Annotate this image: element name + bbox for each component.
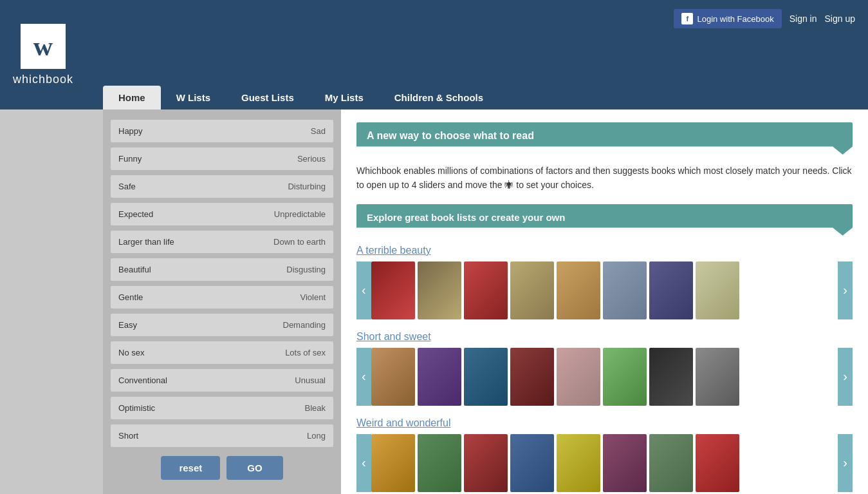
nav-home[interactable]: Home	[103, 86, 161, 109]
book-list-short-sweet: Short and sweet ‹ ›	[356, 331, 853, 406]
reset-button[interactable]: reset	[161, 456, 220, 480]
left-sidebar	[0, 109, 103, 494]
facebook-icon: f	[681, 13, 693, 24]
sliders-panel: Happy Sad Funny Serious Safe Disturbing …	[103, 109, 341, 494]
book-cover	[649, 261, 693, 319]
slider-beautiful-label: Beautiful	[118, 265, 151, 274]
action-buttons: reset GO	[111, 456, 333, 480]
books-row-1	[371, 261, 838, 319]
book-list-title-short-sweet[interactable]: Short and sweet	[356, 331, 853, 343]
slider-safe-disturbing[interactable]: Safe Disturbing	[111, 175, 333, 198]
slider-funny-serious[interactable]: Funny Serious	[111, 147, 333, 170]
slider-larger-label: Larger than life	[118, 237, 174, 247]
book-cover	[510, 434, 554, 492]
slider-demanding-label: Demanding	[283, 320, 326, 330]
book-carousel-2: ‹ ›	[356, 348, 853, 406]
slider-violent-label: Violent	[300, 292, 326, 302]
carousel-prev-2[interactable]: ‹	[356, 348, 371, 406]
book-list-title-terrible-beauty[interactable]: A terrible beauty	[356, 245, 853, 256]
book-cover	[464, 348, 508, 406]
slider-bleak-label: Bleak	[304, 403, 326, 413]
slider-unpredictable-label: Unpredictable	[274, 209, 326, 219]
slider-disgusting-label: Disgusting	[286, 265, 326, 274]
book-cover	[696, 348, 739, 406]
slider-beautiful-disgusting[interactable]: Beautiful Disgusting	[111, 258, 333, 281]
main-container: Happy Sad Funny Serious Safe Disturbing …	[0, 109, 868, 494]
slider-easy-demanding[interactable]: Easy Demanding	[111, 314, 333, 336]
slider-happy-sad[interactable]: Happy Sad	[111, 120, 333, 142]
logo-name: whichbook	[13, 73, 73, 86]
nav-wlists[interactable]: W Lists	[161, 86, 226, 109]
book-cover	[418, 261, 461, 319]
slider-sad-label: Sad	[311, 126, 326, 136]
slider-short-long[interactable]: Short Long	[111, 424, 333, 447]
carousel-next-2[interactable]: ›	[838, 348, 853, 406]
slider-short-label: Short	[118, 431, 138, 441]
nav-guestlists[interactable]: Guest Lists	[226, 86, 309, 109]
slider-nosex-sex[interactable]: No sex Lots of sex	[111, 341, 333, 364]
book-cover	[418, 348, 461, 406]
carousel-next-1[interactable]: ›	[838, 261, 853, 319]
book-cover	[649, 434, 693, 492]
sign-in-link[interactable]: Sign in	[790, 14, 817, 24]
book-cover	[603, 434, 647, 492]
book-cover	[603, 348, 647, 406]
slider-funny-label: Funny	[118, 154, 142, 164]
book-list-title-weird-wonderful[interactable]: Weird and wonderful	[356, 417, 853, 429]
book-cover	[603, 261, 647, 319]
header: w whichbook f Login with Facebook Sign i…	[0, 0, 868, 109]
slider-unusual-label: Unusual	[295, 375, 326, 385]
slider-expected-label: Expected	[118, 209, 153, 219]
book-carousel-1: ‹ ›	[356, 261, 853, 319]
nav-mylists[interactable]: My Lists	[309, 86, 379, 109]
book-cover	[557, 261, 600, 319]
go-button[interactable]: GO	[226, 456, 282, 480]
carousel-prev-1[interactable]: ‹	[356, 261, 371, 319]
slider-happy-label: Happy	[118, 126, 143, 136]
slider-larger-down[interactable]: Larger than life Down to earth	[111, 231, 333, 253]
book-list-weird-wonderful: Weird and wonderful ‹ ›	[356, 417, 853, 492]
book-cover	[464, 261, 508, 319]
slider-expected-unpredictable[interactable]: Expected Unpredictable	[111, 203, 333, 225]
main-nav: Home W Lists Guest Lists My Lists Childr…	[103, 86, 499, 109]
banner-new-way: A new way to choose what to read	[356, 122, 853, 155]
book-cover	[510, 261, 554, 319]
book-cover	[418, 434, 461, 492]
slider-conventional-unusual[interactable]: Conventional Unusual	[111, 369, 333, 392]
book-cover	[464, 434, 508, 492]
content-area: A new way to choose what to read Whichbo…	[341, 109, 868, 494]
slider-down-label: Down to earth	[273, 237, 326, 247]
book-cover	[557, 434, 600, 492]
slider-long-label: Long	[307, 431, 326, 441]
book-cover	[696, 261, 739, 319]
banner-explore: Explore great book lists or create your …	[356, 204, 853, 236]
book-cover	[510, 348, 554, 406]
nav-children[interactable]: Children & Schools	[379, 86, 499, 109]
fb-button-label: Login with Facebook	[697, 14, 773, 24]
book-cover	[696, 434, 739, 492]
book-cover	[557, 348, 600, 406]
logo-w-icon: w	[33, 31, 53, 62]
header-auth: f Login with Facebook Sign in Sign up	[674, 9, 855, 28]
slider-gentle-violent[interactable]: Gentle Violent	[111, 286, 333, 309]
carousel-prev-3[interactable]: ‹	[356, 434, 371, 492]
book-cover	[649, 348, 693, 406]
sign-up-link[interactable]: Sign up	[825, 14, 855, 24]
carousel-next-3[interactable]: ›	[838, 434, 853, 492]
books-row-2	[371, 348, 838, 406]
slider-gentle-label: Gentle	[118, 292, 143, 302]
book-list-terrible-beauty: A terrible beauty ‹ ›	[356, 245, 853, 319]
books-row-3	[371, 434, 838, 492]
slider-conventional-label: Conventional	[118, 375, 167, 385]
slider-optimistic-bleak[interactable]: Optimistic Bleak	[111, 397, 333, 419]
book-cover	[371, 348, 415, 406]
book-carousel-3: ‹ ›	[356, 434, 853, 492]
intro-text: Whichbook enables millions of combinatio…	[356, 164, 853, 193]
slider-serious-label: Serious	[297, 154, 326, 164]
facebook-login-button[interactable]: f Login with Facebook	[674, 9, 781, 28]
book-cover	[371, 434, 415, 492]
slider-easy-label: Easy	[118, 320, 137, 330]
book-cover	[371, 261, 415, 319]
slider-sex-label: Lots of sex	[285, 348, 326, 357]
slider-optimistic-label: Optimistic	[118, 403, 155, 413]
